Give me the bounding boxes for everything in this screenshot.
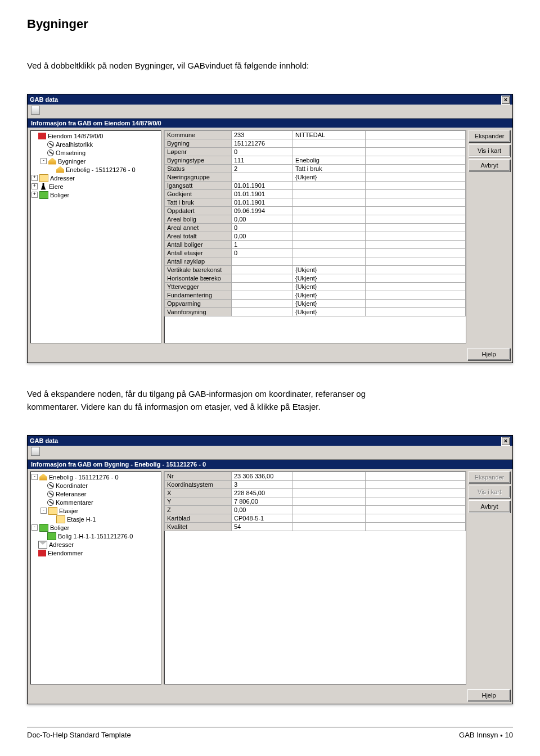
property-empty <box>366 523 466 531</box>
collapse-icon[interactable]: - <box>40 508 47 514</box>
intro-paragraph-2b: kommentarer. Videre kan du få informasjo… <box>27 401 513 413</box>
property-value-2 <box>293 481 366 489</box>
hjelp-button[interactable]: Hjelp <box>467 348 510 360</box>
tree-spacer <box>40 533 46 538</box>
hjelp-button[interactable]: Hjelp <box>467 689 510 701</box>
table-row: Næringsgruppe{Ukjent} <box>165 173 466 182</box>
node-icon <box>47 491 54 497</box>
ekspander-button[interactable]: Ekspander <box>469 130 510 142</box>
tree-item[interactable]: Eiendom 14/879/0/0 <box>32 132 160 140</box>
tree-spacer <box>40 491 46 496</box>
property-value-2 <box>293 249 366 257</box>
vis-i-kart-button[interactable]: Vis i kart <box>469 486 510 498</box>
info-bar: Informasjon fra GAB om Eiendom 14/879/0/… <box>28 119 512 128</box>
close-icon[interactable]: × <box>501 96 510 105</box>
tree-item-label: Koordinater <box>56 482 88 489</box>
property-value-2 <box>293 472 366 481</box>
info-bar: Informasjon fra GAB om Bygning - Eneboli… <box>28 460 512 469</box>
tree-item-label: Referanser <box>56 491 86 497</box>
close-icon[interactable]: × <box>501 437 510 446</box>
table-row: Løpenr0 <box>165 148 466 156</box>
tree-item[interactable]: Eiendommer <box>32 549 160 557</box>
property-value-1 <box>232 291 293 300</box>
property-empty <box>366 266 466 274</box>
tree-spacer <box>50 167 55 172</box>
tree-item[interactable]: Enebolig - 151121276 - 0 <box>32 165 160 174</box>
tree-item-label: Omsetning <box>56 150 86 156</box>
node-icon <box>38 550 46 556</box>
node-icon <box>48 158 56 165</box>
copy-icon[interactable] <box>31 106 40 115</box>
tree-item[interactable]: +Eiere <box>32 182 160 191</box>
property-empty <box>366 190 466 198</box>
table-row: Bygning151121276 <box>165 139 466 148</box>
tree-item[interactable]: -Enebolig - 151121276 - 0 <box>32 473 160 481</box>
property-key: Areal annet <box>165 224 232 232</box>
vis-i-kart-button[interactable]: Vis i kart <box>469 144 510 157</box>
property-key: Næringsgruppe <box>165 173 232 182</box>
ekspander-button[interactable]: Ekspander <box>469 471 510 483</box>
node-icon <box>47 150 54 156</box>
collapse-icon[interactable]: - <box>32 474 38 480</box>
tree-spacer <box>40 142 46 147</box>
property-value-1: 2 <box>232 165 293 173</box>
collapse-icon[interactable]: - <box>40 158 47 164</box>
property-empty <box>366 489 466 497</box>
node-icon <box>39 183 47 190</box>
property-key: Kvalitet <box>165 523 232 531</box>
table-row: Z0,00 <box>165 506 466 514</box>
tree-item[interactable]: Adresser <box>32 540 160 549</box>
property-value-2 <box>293 506 366 514</box>
tree-pane[interactable]: -Enebolig - 151121276 - 0KoordinaterRefe… <box>30 471 161 685</box>
property-value-2 <box>293 497 366 506</box>
copy-icon[interactable] <box>31 447 40 456</box>
table-row: Status2Tatt i bruk <box>165 165 466 173</box>
tree-item-label: Adresser <box>49 541 74 548</box>
property-empty <box>366 506 466 514</box>
property-value-2: {Ukjent} <box>293 283 366 291</box>
property-value-2: {Ukjent} <box>293 274 366 283</box>
tree-item[interactable]: Koordinater <box>32 481 160 490</box>
table-row: X228 845,00 <box>165 489 466 497</box>
table-row: Nr23 306 336,00 <box>165 472 466 481</box>
tree-item[interactable]: Etasje H-1 <box>32 515 160 523</box>
table-row: Areal annet0 <box>165 224 466 232</box>
tree-item[interactable]: Omsetning <box>32 148 160 157</box>
property-key: Godkjent <box>165 190 232 198</box>
tree-item[interactable]: Bolig 1-H-1-1-151121276-0 <box>32 532 160 540</box>
avbryt-button[interactable]: Avbryt <box>469 500 510 513</box>
property-key: Areal bolig <box>165 215 232 224</box>
table-row: Antall etasjer0 <box>165 249 466 257</box>
tree-item[interactable]: Arealhistorikk <box>32 140 160 148</box>
tree-item[interactable]: +Adresser <box>32 174 160 182</box>
property-key: Fundamentering <box>165 291 232 300</box>
node-icon <box>39 191 48 199</box>
expand-icon[interactable]: + <box>32 192 38 198</box>
table-row: Vannforsyning{Ukjent} <box>165 308 466 316</box>
tree-item[interactable]: Referanser <box>32 490 160 498</box>
property-value-1: 1 <box>232 241 293 249</box>
tree-item[interactable]: -Boliger <box>32 523 160 532</box>
tree-item[interactable]: Kommentarer <box>32 498 160 506</box>
collapse-icon[interactable]: - <box>32 524 38 531</box>
data-pane: Kommune233NITTEDALBygning151121276Løpenr… <box>164 130 466 343</box>
expand-icon[interactable]: + <box>32 183 38 189</box>
tree-pane[interactable]: Eiendom 14/879/0/0ArealhistorikkOmsetnin… <box>30 130 161 343</box>
tree-item[interactable]: -Etasjer <box>32 506 160 515</box>
tree-item[interactable]: -Bygninger <box>32 157 160 165</box>
property-empty <box>366 472 466 481</box>
expand-icon[interactable]: + <box>32 175 38 181</box>
tree-item-label: Adresser <box>50 175 75 182</box>
property-value-2: NITTEDAL <box>293 131 366 139</box>
property-empty <box>366 156 466 165</box>
property-value-1 <box>232 274 293 283</box>
tree-item[interactable]: +Boliger <box>32 191 160 199</box>
property-value-2: {Ukjent} <box>293 300 366 308</box>
property-value-2 <box>293 215 366 224</box>
property-key: Kommune <box>165 131 232 139</box>
avbryt-button[interactable]: Avbryt <box>469 159 510 171</box>
table-row: Kvalitet54 <box>165 523 466 531</box>
property-empty <box>366 283 466 291</box>
property-value-1: 0,00 <box>232 506 293 514</box>
table-row: Tatt i bruk01.01.1901 <box>165 198 466 207</box>
